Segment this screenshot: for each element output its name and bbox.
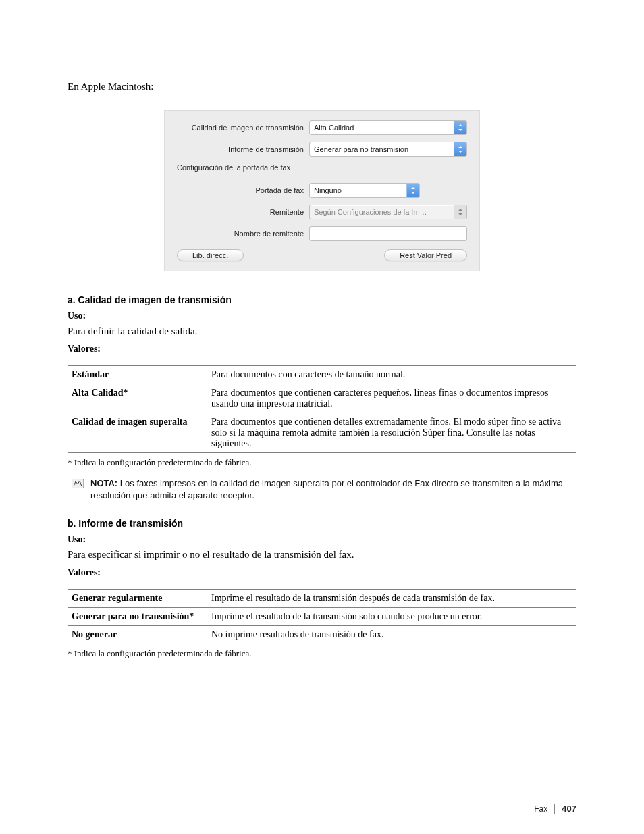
- footnote-b: * Indica la configuración predeterminada…: [68, 648, 576, 659]
- cover-label: Portada de fax: [177, 186, 309, 194]
- table-key: No generar: [68, 626, 207, 644]
- table-value: Para documentos que contienen caracteres…: [207, 384, 576, 413]
- table-row: Calidad de imagen superalta Para documen…: [68, 413, 576, 453]
- table-row: Estándar Para documentos con caracteres …: [68, 366, 576, 384]
- note-icon: [72, 479, 84, 488]
- img-quality-label: Calidad de imagen de transmisión: [177, 124, 309, 132]
- img-quality-value: Alta Calidad: [314, 124, 354, 132]
- table-key: Alta Calidad*: [68, 384, 207, 413]
- uso-text-a: Para definir la calidad de salida.: [68, 325, 576, 337]
- table-key: Generar para no transmisión*: [68, 608, 207, 626]
- uso-text-b: Para especificar si imprimir o no el res…: [68, 549, 576, 561]
- chevron-updown-icon: [454, 121, 466, 134]
- table-row: No generar No imprime resultados de tran…: [68, 626, 576, 644]
- sender-name-input[interactable]: [309, 226, 467, 241]
- report-label: Informe de transmisión: [177, 145, 309, 153]
- chevron-updown-icon: [454, 205, 466, 219]
- sender-value: Según Configuraciones de la Im…: [314, 208, 427, 216]
- table-row: Alta Calidad* Para documentos que contie…: [68, 384, 576, 413]
- values-table-a: Estándar Para documentos con caracteres …: [68, 365, 576, 453]
- section-b-heading: b. Informe de transmisión: [68, 518, 576, 529]
- sender-select: Según Configuraciones de la Im…: [309, 205, 467, 219]
- section-a-heading: a. Calidad de imagen de transmisión: [68, 294, 576, 305]
- cover-section-label: Configuración de la portada de fax: [177, 163, 467, 176]
- note-block: NOTA: Los faxes impresos en la calidad d…: [68, 477, 576, 502]
- table-key: Calidad de imagen superalta: [68, 413, 207, 453]
- chevron-updown-icon: [406, 184, 419, 197]
- mac-dialog: Calidad de imagen de transmisión Alta Ca…: [164, 110, 480, 271]
- sender-label: Remitente: [177, 208, 309, 216]
- uso-label-a: Uso:: [68, 311, 576, 321]
- cover-select[interactable]: Ninguno: [309, 183, 420, 198]
- chevron-updown-icon: [454, 142, 466, 156]
- table-value: Para documentos con caracteres de tamaño…: [207, 366, 576, 384]
- report-select[interactable]: Generar para no transmisión: [309, 142, 467, 157]
- note-label: NOTA:: [90, 478, 117, 488]
- uso-label-b: Uso:: [68, 534, 576, 545]
- svg-rect-0: [72, 479, 84, 488]
- footer-section: Fax: [534, 804, 547, 814]
- table-key: Estándar: [68, 366, 207, 384]
- report-value: Generar para no transmisión: [314, 145, 408, 153]
- table-value: Imprime el resultado de la transmisión d…: [207, 590, 576, 608]
- valores-label-b: Valores:: [68, 567, 576, 578]
- footer-divider: [554, 804, 555, 814]
- table-row: Generar para no transmisión* Imprime el …: [68, 608, 576, 626]
- table-row: Generar regularmente Imprime el resultad…: [68, 590, 576, 608]
- footnote-a: * Indica la configuración predeterminada…: [68, 457, 576, 468]
- valores-label-a: Valores:: [68, 344, 576, 355]
- img-quality-select[interactable]: Alta Calidad: [309, 120, 467, 135]
- table-value: Imprime el resultado de la transmisión s…: [207, 608, 576, 626]
- reset-defaults-button[interactable]: Rest Valor Pred: [384, 249, 467, 261]
- intro-text: En Apple Macintosh:: [68, 81, 576, 93]
- table-key: Generar regularmente: [68, 590, 207, 608]
- sender-name-label: Nombre de remitente: [177, 230, 309, 238]
- table-value: Para documentos que contienen detalles e…: [207, 413, 576, 453]
- table-value: No imprime resultados de transmisión de …: [207, 626, 576, 644]
- cover-value: Ninguno: [314, 186, 342, 194]
- page-number: 407: [562, 804, 576, 814]
- address-book-button[interactable]: Lib. direcc.: [177, 249, 244, 261]
- note-text: Los faxes impresos en la calidad de imag…: [90, 478, 563, 500]
- page-footer: Fax 407: [534, 804, 576, 814]
- values-table-b: Generar regularmente Imprime el resultad…: [68, 589, 576, 644]
